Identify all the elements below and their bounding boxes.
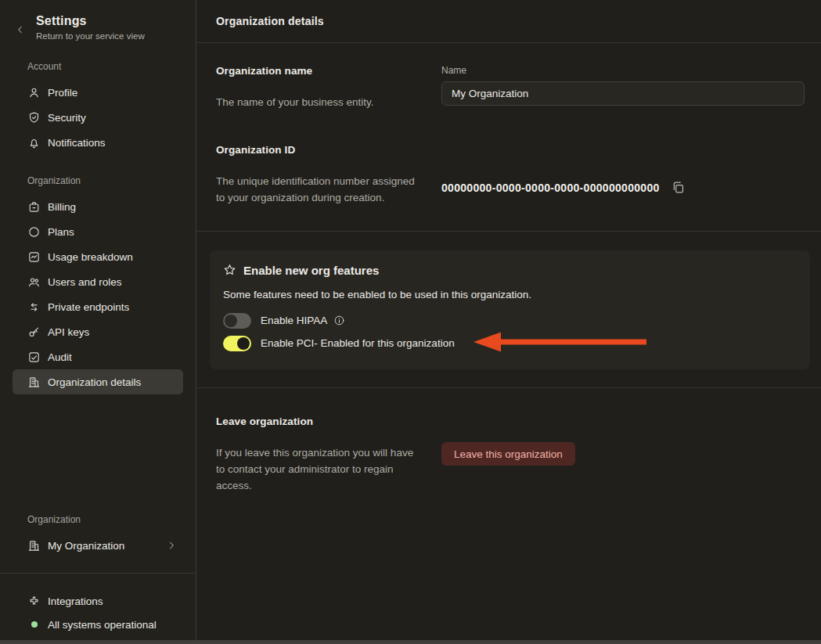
leave-region: Leave organization If you leave this org… bbox=[196, 388, 821, 494]
page-header: Organization details bbox=[196, 0, 821, 43]
puzzle-icon bbox=[27, 595, 41, 608]
page-title: Organization details bbox=[216, 15, 324, 27]
org-switcher-label: Organization bbox=[0, 514, 196, 525]
sidebar-item-label: Users and roles bbox=[48, 276, 122, 288]
sidebar-subtitle[interactable]: Return to your service view bbox=[36, 31, 145, 41]
leave-organization-button[interactable]: Leave this organization bbox=[441, 442, 575, 466]
org-id-title: Organization ID bbox=[216, 144, 423, 156]
sidebar-nav: AccountProfileSecurityNotificationsOrgan… bbox=[0, 41, 196, 394]
sidebar-item-audit[interactable]: Audit bbox=[13, 344, 183, 369]
nav-section-label-organization: Organization bbox=[0, 175, 196, 186]
features-card-description: Some features need to be enabled to be u… bbox=[219, 289, 798, 300]
sidebar-header: Settings Return to your service view bbox=[0, 13, 196, 41]
sidebar-item-label: Usage breakdown bbox=[48, 251, 133, 263]
user-icon bbox=[27, 86, 41, 99]
sidebar-item-notifications[interactable]: Notifications bbox=[13, 130, 183, 155]
info-icon[interactable] bbox=[333, 315, 345, 326]
sidebar-item-users-and-roles[interactable]: Users and roles bbox=[13, 269, 183, 294]
org-id-description: The unique identification number assigne… bbox=[216, 173, 423, 206]
sidebar-item-usage-breakdown[interactable]: Usage breakdown bbox=[13, 244, 183, 269]
sidebar-item-label: Notifications bbox=[48, 137, 106, 149]
sidebar-title: Settings bbox=[36, 14, 145, 28]
audit-icon bbox=[27, 351, 41, 364]
sidebar-item-label: Audit bbox=[48, 351, 72, 363]
org-id-value: 00000000-0000-0000-0000-000000000000 bbox=[441, 182, 660, 194]
org-name-title: Organization name bbox=[216, 65, 423, 77]
sidebar-item-private-endpoints[interactable]: Private endpoints bbox=[13, 294, 183, 319]
org-name-row: Organization name The name of your busin… bbox=[196, 43, 821, 110]
sidebar-item-plans[interactable]: Plans bbox=[13, 219, 183, 244]
sidebar-item-billing[interactable]: Billing bbox=[13, 194, 183, 219]
org-id-row: Organization ID The unique identificatio… bbox=[196, 144, 821, 231]
sidebar-item-label: Private endpoints bbox=[48, 301, 129, 313]
features-card-title: Enable new org features bbox=[243, 264, 379, 277]
system-status[interactable]: All systems operational bbox=[0, 613, 196, 636]
sidebar-item-api-keys[interactable]: API keys bbox=[13, 319, 183, 344]
status-dot bbox=[31, 621, 38, 628]
toggle-row-enable-hipaa: Enable HIPAA bbox=[223, 311, 798, 330]
features-card: Enable new org features Some features ne… bbox=[210, 250, 810, 369]
sidebar-item-label: Organization details bbox=[48, 376, 141, 388]
copy-icon[interactable] bbox=[671, 180, 686, 196]
sidebar-org-switcher-group: Organization My Organization bbox=[0, 494, 196, 558]
sidebar-item-label: Profile bbox=[48, 87, 77, 99]
leave-description: If you leave this organization you will … bbox=[216, 444, 423, 494]
toggle-label: Enable HIPAA bbox=[261, 315, 327, 326]
sidebar-item-label: API keys bbox=[48, 326, 89, 338]
name-field-label: Name bbox=[441, 65, 805, 76]
features-region: Enable new org features Some features ne… bbox=[196, 232, 821, 388]
leave-title: Leave organization bbox=[216, 416, 423, 427]
org-name-description: The name of your business entity. bbox=[216, 94, 423, 110]
org-name-input[interactable] bbox=[441, 81, 805, 106]
org-switcher-name: My Organization bbox=[48, 540, 124, 552]
toggle-knob bbox=[237, 337, 250, 350]
toggle-enable-pci-enabled-for-this-organization[interactable] bbox=[223, 336, 251, 351]
window-bottom-edge bbox=[0, 640, 821, 644]
integrations-link[interactable]: Integrations bbox=[0, 589, 196, 613]
settings-sidebar: Settings Return to your service view Acc… bbox=[0, 0, 196, 644]
sidebar-footer: Integrations All systems operational bbox=[0, 573, 196, 644]
building-icon bbox=[27, 539, 41, 552]
sidebar-item-label: Security bbox=[48, 112, 86, 124]
arrows-icon bbox=[27, 300, 41, 314]
sidebar-item-label: Billing bbox=[48, 201, 76, 213]
toggle-enable-hipaa[interactable] bbox=[223, 313, 251, 329]
toggle-label: Enable PCI- Enabled for this organizatio… bbox=[261, 337, 455, 349]
toggle-knob bbox=[225, 315, 237, 327]
billing-icon bbox=[27, 200, 41, 214]
star-icon bbox=[222, 263, 237, 278]
integrations-label: Integrations bbox=[48, 595, 103, 607]
chart-icon bbox=[27, 250, 41, 264]
org-info-region: Organization name The name of your busin… bbox=[196, 43, 821, 232]
sidebar-item-profile[interactable]: Profile bbox=[13, 80, 183, 105]
org-switcher[interactable]: My Organization bbox=[13, 533, 183, 558]
toggle-row-enable-pci-enabled-for-this-organization: Enable PCI- Enabled for this organizatio… bbox=[223, 333, 798, 353]
chevron-left-icon bbox=[15, 24, 26, 35]
shield-icon bbox=[27, 111, 41, 124]
feature-toggles: Enable HIPAAEnable PCI- Enabled for this… bbox=[219, 311, 798, 353]
bell-icon bbox=[27, 136, 41, 149]
key-icon bbox=[27, 326, 41, 339]
main-content: Organization details Organization name T… bbox=[196, 0, 821, 644]
building-icon bbox=[27, 376, 41, 389]
sidebar-item-label: Plans bbox=[48, 226, 74, 238]
circle-icon bbox=[27, 225, 41, 239]
leave-row: Leave organization If you leave this org… bbox=[196, 388, 821, 494]
nav-section-label-account: Account bbox=[0, 61, 196, 72]
status-label: All systems operational bbox=[48, 619, 157, 631]
users-icon bbox=[27, 275, 41, 289]
chevron-right-icon bbox=[166, 540, 177, 551]
sidebar-item-security[interactable]: Security bbox=[13, 105, 183, 130]
sidebar-item-organization-details[interactable]: Organization details bbox=[13, 369, 183, 394]
back-button[interactable] bbox=[11, 20, 30, 39]
